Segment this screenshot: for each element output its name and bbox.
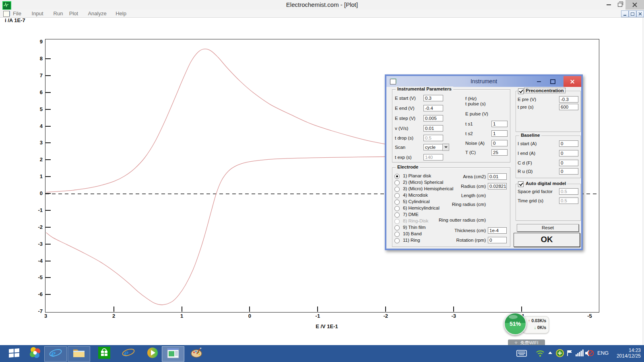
radio-2-micro-spherical[interactable] xyxy=(394,180,400,185)
field-thickness-cm-input[interactable]: 1e-4 xyxy=(488,227,507,234)
restore-icon xyxy=(618,3,622,7)
mdi-restore-button[interactable] xyxy=(629,10,636,17)
paint-icon xyxy=(190,347,203,360)
x-tick-label: -5 xyxy=(583,313,597,319)
mdi-minimize-button[interactable] xyxy=(621,10,629,17)
radio-10-band[interactable] xyxy=(394,232,400,237)
window-titlebar: Electrochemist.com - [Plot] xyxy=(0,0,644,10)
wifi-label: 免费WIFI xyxy=(520,340,538,345)
radio-label-11-ring: 11) Ring xyxy=(403,238,420,243)
field-scan-input[interactable]: cycle xyxy=(423,144,443,150)
label-ring-radius-cm: Ring radius (cm) xyxy=(425,202,486,207)
windows-store-taskbar-item[interactable] xyxy=(93,346,115,361)
dialog-restore-button[interactable] xyxy=(547,76,558,87)
menu-item-help[interactable]: Help xyxy=(115,10,127,16)
clock[interactable]: 14:232014/12/25 xyxy=(611,348,641,359)
label-v-v-s: v (V/s) xyxy=(395,126,408,131)
field-radius-cm-input[interactable]: 0.02821 xyxy=(488,183,507,189)
x-tick-label: -1 xyxy=(311,313,324,319)
field-time-grid-s-input[interactable]: 0.5 xyxy=(559,197,578,204)
360-speed-ball[interactable]: 51% xyxy=(504,313,526,335)
start-button-taskbar-item[interactable] xyxy=(3,346,25,361)
menu-item-analyze[interactable]: Analyze xyxy=(87,10,107,16)
upload-row: ↑ 0.03K/s xyxy=(528,318,546,323)
360-orb-icon[interactable] xyxy=(556,349,564,357)
radio-5-cylindrical[interactable] xyxy=(394,200,400,205)
network-speed-bubble: ↑ 0.03K/s ↓ 0K/s xyxy=(522,316,549,333)
minimize-button[interactable] xyxy=(603,0,614,10)
electrochemist-window-icon xyxy=(167,348,179,360)
file-explorer-taskbar-item[interactable] xyxy=(68,346,90,362)
tencent-video-taskbar-item[interactable] xyxy=(142,346,163,361)
scan-dropdown-button[interactable] xyxy=(442,144,449,151)
360-safe-pinwheel-taskbar-item[interactable] xyxy=(24,346,46,361)
radio-label-9-thin-film: 9) Thin film xyxy=(403,225,426,230)
radio-6-hemicylindrical[interactable] xyxy=(394,206,400,211)
field-i-start-a-input[interactable]: 0 xyxy=(559,140,578,147)
menu-item-file[interactable]: File xyxy=(12,10,22,16)
field-area-cm2-input[interactable]: 0.01 xyxy=(488,173,507,180)
preconcentration-checkbox[interactable] xyxy=(518,88,524,94)
wifi-green-icon[interactable] xyxy=(535,349,545,357)
field-noise-a-input[interactable]: 0 xyxy=(491,140,508,146)
internet-explorer-icon: e xyxy=(49,347,62,361)
x-tick-label: 2 xyxy=(107,313,121,319)
field-e-end-v-input[interactable]: -0.4 xyxy=(423,105,443,111)
window-title: Electrochemist.com - [Plot] xyxy=(0,1,644,8)
download-row: ↓ 0K/s xyxy=(534,325,546,330)
touch-keyboard-icon[interactable] xyxy=(516,350,527,357)
ok-button[interactable]: OK xyxy=(514,233,580,247)
field-t-drop-s-input[interactable]: 0.5 xyxy=(423,135,443,141)
menu-item-input[interactable]: Input xyxy=(31,10,44,16)
reset-button[interactable]: Reset xyxy=(517,224,579,232)
radio-11-ring[interactable] xyxy=(394,238,400,243)
dialog-titlebar[interactable]: Instrument xyxy=(386,76,581,87)
field-t-s2-input[interactable]: 1 xyxy=(491,130,508,137)
group-title: Electrode xyxy=(396,165,420,169)
field-r-u-input[interactable]: 0 xyxy=(559,168,578,175)
restore-button[interactable] xyxy=(614,0,625,10)
paint-taskbar-item[interactable] xyxy=(186,346,208,361)
dialog-minimize-button[interactable] xyxy=(534,76,544,87)
field-t-exp-s-input[interactable]: 140 xyxy=(423,154,443,160)
tray-time: 14:23 xyxy=(617,348,641,353)
y-tick-label: 4 xyxy=(24,123,43,129)
network-bars-icon[interactable] xyxy=(576,350,584,356)
menu-item-run[interactable]: Run xyxy=(53,10,64,16)
mdi-close-button[interactable] xyxy=(636,10,644,17)
label-e-pulse-v: E pulse (V) xyxy=(465,111,488,116)
radio-9-thin-film[interactable] xyxy=(394,225,400,230)
x-tick-label: -2 xyxy=(379,313,392,319)
field-t-c-input[interactable]: 25 xyxy=(491,149,508,156)
dialog-close-button[interactable] xyxy=(564,76,581,87)
flag-icon[interactable] xyxy=(566,350,574,357)
field-rotation-rpm-input[interactable]: 0 xyxy=(488,237,507,243)
radio-1-planar-disk[interactable] xyxy=(394,174,400,179)
field-t-pre-s-input[interactable]: 600 xyxy=(559,104,578,110)
field-e-start-v-input[interactable]: 0.3 xyxy=(423,95,443,101)
field-e-pre-v-input[interactable]: -0.3 xyxy=(559,96,578,103)
electrochemist-window-taskbar-item[interactable] xyxy=(162,346,184,362)
auto-digital-model-checkbox[interactable] xyxy=(518,181,524,187)
field-i-end-a-input[interactable]: 0 xyxy=(559,150,578,156)
radio-7-dme[interactable] xyxy=(394,212,400,218)
field-t-s1-input[interactable]: 1 xyxy=(491,121,508,127)
internet-explorer2-taskbar-item[interactable]: e xyxy=(118,346,139,361)
menu-item-plot[interactable]: Plot xyxy=(68,10,79,16)
y-tick-label: -1 xyxy=(24,207,43,213)
language-indicator[interactable]: ENG xyxy=(597,350,609,356)
field-space-grid-factor-input[interactable]: 0.5 xyxy=(559,188,578,195)
tray-date: 2014/12/25 xyxy=(617,353,641,359)
label-e-step-v: E step (V) xyxy=(395,116,415,121)
field-e-step-v-input[interactable]: 0.005 xyxy=(423,115,443,121)
field-c-d-f-input[interactable]: 0 xyxy=(559,160,578,166)
radio-4-microdisk[interactable] xyxy=(394,193,400,198)
close-button[interactable] xyxy=(625,0,644,10)
field-v-v-s-input[interactable]: 0.01 xyxy=(423,125,443,132)
x-tick-label: 0 xyxy=(243,313,256,319)
radio-3-micro-hemispherical[interactable] xyxy=(394,187,400,192)
label-r-u: R u (Ω) xyxy=(518,169,533,174)
hidden-icons-arrow-icon[interactable] xyxy=(548,352,552,354)
volume-muted-icon[interactable] xyxy=(584,349,594,357)
internet-explorer-taskbar-item[interactable]: e xyxy=(44,346,67,362)
